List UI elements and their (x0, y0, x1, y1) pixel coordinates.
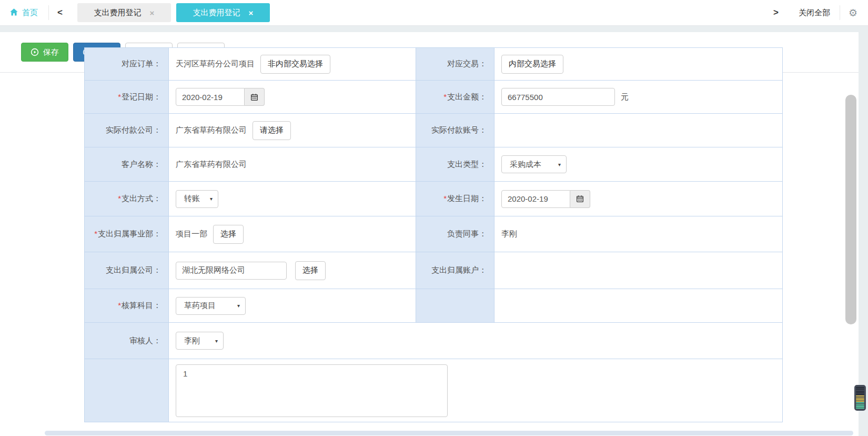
customer-value: 广东省草药有限公司 (176, 160, 247, 170)
cell-division: 项目一部 选择 (169, 216, 416, 252)
expense-type-select[interactable]: 采购成本 ▾ (501, 155, 567, 173)
label-belong-account: 支出归属账户： (416, 252, 494, 289)
amount-input[interactable] (501, 88, 615, 106)
label-subject: *核算科目： (85, 289, 169, 323)
non-internal-trade-select-button[interactable]: 非内部交易选择 (260, 55, 330, 74)
cell-empty (494, 289, 782, 323)
cell-occur-date (494, 182, 782, 216)
division-value: 项目一部 (176, 229, 207, 239)
amount-unit: 元 (621, 92, 629, 102)
tab-bar: 首页 < 支出费用登记 × 支出费用登记 × > 关闭全部 ⚙ (0, 0, 868, 26)
cell-belong-company: 选择 (169, 252, 416, 289)
cell-expense-type: 采购成本 ▾ (494, 147, 782, 182)
label-pay-method: *支出方式： (85, 182, 169, 216)
tabbar-right-tools: > 关闭全部 ⚙ (765, 5, 868, 20)
colleague-value: 李刚 (501, 229, 517, 239)
main-content-card: 保存 提交 返回 抄送 支出费用信息登记 对应订单： 天河区草药分公司项目 (0, 32, 859, 436)
internal-trade-select-button[interactable]: 内部交易选择 (501, 55, 563, 74)
save-button[interactable]: 保存 (21, 43, 68, 62)
label-occur-date: *发生日期： (416, 182, 494, 216)
subject-select[interactable]: 草药项目 ▾ (176, 297, 246, 315)
cell-order: 天河区草药分公司项目 非内部交易选择 (169, 48, 416, 81)
occur-date-input[interactable] (501, 190, 570, 208)
cell-amount: 元 (494, 81, 782, 114)
label-division: *支出归属事业部： (85, 216, 169, 252)
home-icon (9, 8, 18, 18)
cell-remark: 1 (169, 359, 782, 422)
calendar-icon[interactable] (570, 190, 590, 208)
horizontal-scrollbar-thumb[interactable] (45, 431, 853, 435)
label-empty (416, 289, 494, 323)
cell-auditor: 李刚 ▾ (169, 323, 782, 359)
remark-textarea[interactable]: 1 (176, 364, 448, 417)
cell-belong-account (494, 252, 782, 289)
division-select-button[interactable]: 选择 (213, 225, 244, 244)
tab-label: 支出费用登记 (193, 8, 240, 18)
label-order: 对应订单： (85, 48, 169, 81)
label-pay-company: 实际付款公司： (85, 114, 169, 147)
reg-date-input[interactable] (176, 88, 245, 106)
play-circle-icon (31, 48, 39, 56)
label-trade: 对应交易： (416, 48, 494, 81)
auditor-select[interactable]: 李刚 ▾ (176, 332, 224, 350)
cell-pay-account (494, 114, 782, 147)
calendar-icon[interactable] (245, 88, 265, 106)
tab-label: 支出费用登记 (94, 8, 142, 18)
label-remark (85, 359, 169, 422)
extension-widget[interactable] (854, 385, 866, 411)
pay-company-value: 广东省草药有限公司 (176, 125, 247, 135)
cell-trade: 内部交易选择 (494, 48, 782, 81)
chevron-right-icon[interactable]: > (765, 7, 787, 18)
pay-method-select[interactable]: 转账 ▾ (176, 190, 218, 208)
belong-company-input[interactable] (176, 262, 287, 280)
close-all-button[interactable]: 关闭全部 (787, 8, 840, 18)
expense-form-table: 对应订单： 天河区草药分公司项目 非内部交易选择 对应交易： 内部交易选择 *登… (84, 47, 783, 422)
cell-subject: 草药项目 ▾ (169, 289, 416, 323)
gear-icon[interactable]: ⚙ (840, 7, 868, 19)
caret-down-icon: ▾ (237, 303, 240, 309)
label-expense-type: 支出类型： (416, 147, 494, 182)
cell-customer: 广东省草药有限公司 (169, 147, 416, 182)
label-belong-company: 支出归属公司： (85, 252, 169, 289)
caret-down-icon: ▾ (215, 338, 218, 344)
label-colleague: 负责同事： (416, 216, 494, 252)
cell-reg-date (169, 81, 416, 114)
label-auditor: 审核人： (85, 323, 169, 359)
chevron-left-icon[interactable]: < (49, 7, 71, 18)
close-icon[interactable]: × (249, 8, 254, 17)
close-icon[interactable]: × (150, 8, 155, 17)
caret-down-icon: ▾ (210, 196, 213, 202)
caret-down-icon: ▾ (558, 162, 561, 167)
label-amount: *支出金额： (416, 81, 494, 114)
tab-expense-register-2[interactable]: 支出费用登记 × (176, 3, 270, 22)
cell-pay-company: 广东省草药有限公司 请选择 (169, 114, 416, 147)
belong-company-select-button[interactable]: 选择 (295, 261, 326, 280)
label-pay-account: 实际付款账号： (416, 114, 494, 147)
label-customer: 客户名称： (85, 147, 169, 182)
home-tab[interactable]: 首页 (9, 8, 38, 18)
tab-expense-register-1[interactable]: 支出费用登记 × (77, 3, 171, 22)
label-reg-date: *登记日期： (85, 81, 169, 114)
vertical-scrollbar-thumb[interactable] (845, 95, 856, 324)
cell-colleague: 李刚 (494, 216, 782, 252)
home-tab-label: 首页 (22, 8, 38, 18)
pay-company-select-button[interactable]: 请选择 (253, 121, 291, 140)
order-value: 天河区草药分公司项目 (176, 59, 255, 69)
cell-pay-method: 转账 ▾ (169, 182, 416, 216)
